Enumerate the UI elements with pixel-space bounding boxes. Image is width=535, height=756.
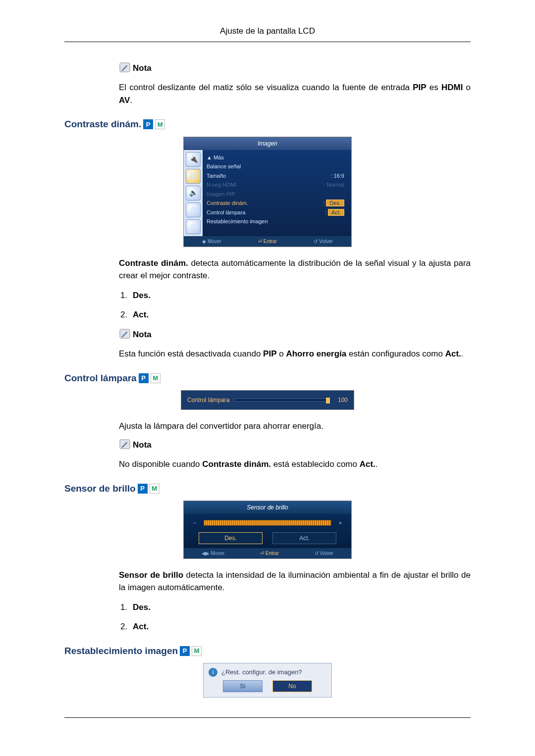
- btn-yes[interactable]: Sí: [223, 680, 263, 692]
- m-badge-icon: M: [150, 484, 160, 494]
- osd-item: Restablecimiento imagen: [207, 217, 268, 226]
- brightness-track[interactable]: [204, 520, 331, 526]
- osd-item: Balance señal: [207, 162, 241, 171]
- osd-item: Tamaño: [207, 172, 226, 180]
- slider-track[interactable]: [233, 399, 329, 402]
- osd-title: Imagen: [184, 137, 351, 150]
- osd-mas: ▲ Más: [207, 153, 224, 162]
- osd-imagen-menu: Imagen 🔌 🖼 🔈 ⚙ ▥ ▲ Más Balance señal Tam…: [183, 137, 352, 247]
- top-rule: [64, 42, 471, 42]
- note-block-contraste: Nota: [119, 328, 471, 341]
- reset-question: ¿Rest. configur. de imagen?: [221, 667, 302, 677]
- osd-brightness-sensor: Sensor de brillo − + Des. Act. ◀▶ Mover …: [183, 501, 352, 559]
- slider-value: 100: [333, 396, 348, 404]
- bottom-rule: [64, 717, 471, 718]
- osd-lamp-slider: Control lámpara 100: [181, 390, 354, 410]
- plus-icon[interactable]: +: [335, 519, 345, 527]
- contraste-options: Des. Act.: [130, 289, 471, 321]
- osd-hint-volver: ↺ Volver: [315, 550, 334, 557]
- osd-item-selected: Contraste dinám.: [207, 199, 248, 207]
- osd-hint-entrar: ⏎ Entrar: [260, 550, 279, 557]
- option-des: Des.: [130, 601, 471, 614]
- osd-icon-setup: ⚙: [186, 202, 201, 217]
- info-icon: i: [209, 668, 217, 677]
- btn-act[interactable]: Act.: [272, 532, 336, 544]
- osd-value: : 16:9: [330, 172, 344, 180]
- osd-hint-mover: ◆ Mover: [202, 238, 221, 245]
- p-badge-icon: P: [138, 484, 148, 494]
- osd-reset-dialog: i ¿Rest. configur. de imagen? Sí No: [203, 663, 332, 698]
- note-label: Nota: [133, 439, 152, 452]
- btn-no[interactable]: No: [272, 680, 312, 692]
- osd-icon-multi: ▥: [186, 219, 201, 234]
- sensor-options: Des. Act.: [130, 601, 471, 633]
- osd-title: Sensor de brillo: [184, 501, 351, 514]
- slider-label: Control lámpara: [187, 396, 229, 404]
- osd-hint-entrar: ⏎ Entrar: [258, 238, 277, 245]
- note-block-intro: Nota: [119, 62, 471, 75]
- sensor-desc: Sensor de brillo detecta la intensidad d…: [119, 569, 471, 594]
- p-badge-icon: P: [180, 646, 190, 656]
- lampara-desc: Ajusta la lámpara del convertidor para a…: [119, 420, 471, 433]
- pencil-note-icon: [119, 439, 131, 450]
- pencil-note-icon: [119, 329, 131, 340]
- intro-note-text: El control deslizante del matiz sólo se …: [119, 81, 471, 106]
- lampara-note-text: No disponible cuando Contraste dinám. es…: [119, 458, 471, 471]
- contraste-desc: Contraste dinám. detecta automáticamente…: [119, 257, 471, 282]
- option-act: Act.: [130, 620, 471, 633]
- minus-icon[interactable]: −: [190, 519, 200, 527]
- section-title-reset: Restablecimiento imagen P M: [64, 644, 471, 658]
- m-badge-icon: M: [155, 119, 165, 129]
- section-title-contraste: Contraste dinám. P M: [64, 117, 471, 132]
- pencil-note-icon: [119, 62, 131, 73]
- m-badge-icon: M: [192, 646, 202, 656]
- osd-hint-volver: ↺ Volver: [314, 238, 333, 245]
- p-badge-icon: P: [139, 373, 149, 383]
- osd-side-icons: 🔌 🖼 🔈 ⚙ ▥: [184, 150, 203, 236]
- osd-item-disabled: Imagen PIP: [207, 190, 235, 199]
- section-title-sensor: Sensor de brillo P M: [64, 482, 471, 496]
- note-label: Nota: [133, 328, 152, 341]
- note-label: Nota: [133, 62, 152, 75]
- option-des: Des.: [130, 289, 471, 302]
- slider-handle[interactable]: [326, 398, 330, 403]
- section-title-lampara: Control lámpara P M: [64, 371, 471, 386]
- osd-icon-sound: 🔈: [186, 186, 201, 201]
- option-act: Act.: [130, 308, 471, 321]
- p-badge-icon: P: [143, 119, 153, 129]
- note-block-lampara: Nota: [119, 439, 471, 452]
- osd-footer: ◆ Mover ⏎ Entrar ↺ Volver: [184, 236, 351, 247]
- osd-item-disabled: N.neg HDMI: [207, 181, 237, 189]
- osd-value: : Act.: [325, 208, 344, 217]
- osd-icon-input: 🔌: [186, 152, 201, 167]
- osd-value-selected: : Des.: [323, 199, 344, 207]
- contraste-note-text: Esta función está desactivada cuando PIP…: [119, 348, 471, 360]
- page-title: Ajuste de la pantalla LCD: [64, 25, 471, 38]
- osd-icon-picture: 🖼: [186, 169, 201, 184]
- osd-hint-mover: ◀▶ Mover: [202, 550, 225, 557]
- osd-item: Control lámpara: [207, 208, 245, 217]
- m-badge-icon: M: [151, 373, 160, 383]
- btn-des[interactable]: Des.: [199, 532, 263, 544]
- osd-value: : Normal: [323, 181, 344, 189]
- osd-footer: ◀▶ Mover ⏎ Entrar ↺ Volver: [184, 548, 351, 558]
